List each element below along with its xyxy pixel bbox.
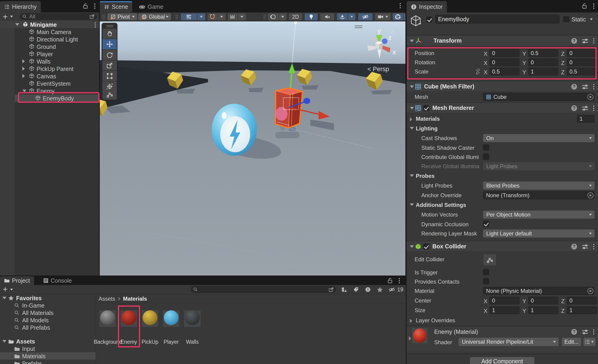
custom-tool-button[interactable] bbox=[102, 89, 117, 99]
hierarchy-menu-icon[interactable] bbox=[94, 3, 95, 9]
snap-toggle[interactable] bbox=[208, 13, 217, 20]
tab-game[interactable]: Game bbox=[135, 1, 167, 12]
search-by-label-button[interactable] bbox=[350, 285, 362, 294]
mesh-picker-icon[interactable] bbox=[587, 94, 593, 100]
size-y-field[interactable]: 1 bbox=[528, 306, 558, 314]
hierarchy-item-canvas[interactable]: Canvas bbox=[0, 72, 99, 80]
alert-filter-button[interactable] bbox=[362, 285, 374, 294]
inspector-lock-icon[interactable] bbox=[582, 3, 587, 9]
breadcrumb-assets[interactable]: Assets bbox=[99, 296, 115, 302]
additional-settings-row[interactable]: Additional Settings bbox=[407, 200, 598, 210]
scale-x-field[interactable]: 0.5 bbox=[490, 68, 519, 75]
lighting-toggle[interactable] bbox=[305, 13, 318, 20]
fold-collapsed-icon[interactable] bbox=[22, 66, 25, 71]
layer-overrides-row[interactable]: Layer Overrides bbox=[407, 316, 598, 325]
fold-expanded-icon[interactable] bbox=[15, 23, 19, 26]
physic-material-field[interactable]: None (Physic Material) bbox=[483, 287, 595, 295]
rotate-tool-button[interactable] bbox=[102, 50, 117, 60]
shader-dropdown[interactable]: Universal Render Pipeline/Lit bbox=[459, 338, 559, 346]
box-collider-checkbox[interactable] bbox=[423, 243, 429, 249]
hierarchy-item-directional-light[interactable]: Directional Light bbox=[0, 35, 99, 43]
motion-vectors-dropdown[interactable]: Per Object Motion bbox=[483, 211, 595, 219]
static-shadow-checkbox[interactable] bbox=[483, 144, 489, 150]
mesh-renderer-header[interactable]: Mesh Renderer ? bbox=[407, 102, 598, 113]
mesh-renderer-checkbox[interactable] bbox=[423, 105, 429, 111]
project-tree-item-assets[interactable]: Assets bbox=[0, 338, 96, 345]
tab-scene[interactable]: Scene bbox=[100, 1, 132, 12]
global-dropdown[interactable]: Global bbox=[138, 13, 171, 20]
center-y-field[interactable]: 0 bbox=[528, 297, 558, 304]
materials-count-field[interactable]: 1 bbox=[577, 115, 595, 123]
hierarchy-search-input[interactable]: All bbox=[20, 13, 97, 20]
tab-project[interactable]: Project bbox=[0, 276, 34, 285]
search-picker-icon[interactable] bbox=[90, 14, 95, 19]
project-tree-item-input[interactable]: Input bbox=[0, 345, 96, 352]
scene-menu-icon[interactable] bbox=[400, 3, 401, 8]
static-checkbox[interactable] bbox=[563, 16, 569, 22]
fold-expanded-icon[interactable] bbox=[2, 297, 7, 299]
snap-caret[interactable] bbox=[218, 13, 225, 20]
position-z-field[interactable]: 0 bbox=[567, 49, 597, 57]
transform-help-icon[interactable]: ? bbox=[571, 38, 577, 44]
move-tool-button[interactable] bbox=[102, 39, 117, 49]
rect-tool-button[interactable] bbox=[102, 71, 117, 81]
scale-link-icon[interactable] bbox=[475, 69, 481, 74]
material-asset-pickup[interactable]: PickUp bbox=[139, 309, 161, 327]
camera-settings-button[interactable] bbox=[375, 13, 390, 20]
project-tree-item-all-materials[interactable]: All Materials bbox=[0, 309, 96, 316]
material-thumbnail[interactable] bbox=[412, 328, 427, 343]
fold-expanded-icon[interactable] bbox=[22, 90, 26, 92]
grid-snap-toggle[interactable]: Y bbox=[181, 13, 197, 20]
transform-menu-icon[interactable] bbox=[593, 38, 594, 43]
dynamic-occlusion-checkbox[interactable] bbox=[483, 221, 489, 227]
gameobject-active-checkbox[interactable] bbox=[426, 17, 432, 23]
rotation-x-field[interactable]: 0 bbox=[490, 58, 519, 66]
shader-edit-button[interactable]: Edit... bbox=[562, 338, 581, 346]
hierarchy-item-enemybody[interactable]: EnemyBody bbox=[0, 94, 99, 102]
search-by-type-button[interactable] bbox=[338, 285, 350, 294]
project-tree-item-materials[interactable]: Materials bbox=[0, 352, 96, 360]
gizmos-toggle[interactable] bbox=[393, 13, 403, 20]
hand-tool-button[interactable] bbox=[102, 29, 117, 39]
hierarchy-item-enemy[interactable]: Enemy bbox=[0, 87, 99, 94]
project-menu-icon[interactable] bbox=[399, 278, 400, 283]
breadcrumb-materials[interactable]: Materials bbox=[123, 296, 147, 302]
increment-snap-toggle[interactable] bbox=[228, 13, 238, 20]
center-z-field[interactable]: 0 bbox=[567, 297, 597, 304]
add-object-button[interactable]: + bbox=[3, 12, 8, 22]
contribute-gi-checkbox[interactable] bbox=[483, 154, 489, 160]
fold-expanded-icon[interactable] bbox=[2, 340, 7, 343]
project-lock-icon[interactable] bbox=[388, 278, 393, 284]
mesh-filter-header[interactable]: Cube (Mesh Filter) ? bbox=[407, 81, 598, 92]
cast-shadows-dropdown[interactable]: On bbox=[483, 134, 595, 142]
material-list-button[interactable] bbox=[583, 338, 596, 346]
static-caret[interactable] bbox=[590, 18, 593, 20]
material-asset-background[interactable]: Background bbox=[97, 309, 118, 327]
project-add-caret[interactable] bbox=[10, 289, 13, 290]
light-probes-dropdown[interactable]: Blend Probes bbox=[483, 182, 595, 190]
position-x-field[interactable]: 0 bbox=[490, 49, 519, 57]
physic-material-picker-icon[interactable] bbox=[587, 288, 593, 294]
favorites-filter-button[interactable] bbox=[374, 285, 386, 294]
size-x-field[interactable]: 1 bbox=[490, 306, 519, 314]
hidden-objects-toggle[interactable] bbox=[358, 13, 373, 20]
anchor-picker-icon[interactable] bbox=[587, 192, 593, 198]
add-component-button[interactable]: Add Component bbox=[470, 357, 534, 364]
fold-collapsed-icon[interactable] bbox=[22, 59, 25, 63]
effects-toggle[interactable] bbox=[337, 13, 348, 20]
box-collider-header[interactable]: Box Collider ? bbox=[407, 241, 598, 252]
project-tree-item-prefabs[interactable]: Prefabs bbox=[0, 360, 96, 364]
hierarchy-item-walls[interactable]: Walls bbox=[0, 58, 99, 65]
grid-snap-caret[interactable] bbox=[197, 13, 205, 20]
hierarchy-item-ground[interactable]: Ground bbox=[0, 43, 99, 50]
2d-toggle[interactable]: 2D bbox=[289, 13, 302, 20]
receive-gi-dropdown[interactable]: Light Probes bbox=[483, 162, 595, 170]
project-search-picker-icon[interactable] bbox=[329, 287, 334, 292]
materials-row[interactable]: Materials 1 bbox=[407, 114, 598, 124]
material-asset-walls[interactable]: Walls bbox=[182, 309, 203, 327]
scale-z-field[interactable]: 0.5 bbox=[567, 68, 597, 75]
material-asset-player[interactable]: Player bbox=[161, 309, 182, 327]
scale-tool-button[interactable] bbox=[102, 60, 117, 71]
hierarchy-item-main-camera[interactable]: Main Camera bbox=[0, 28, 99, 35]
scene-viewport[interactable]: y z x < Persp bbox=[100, 21, 406, 275]
